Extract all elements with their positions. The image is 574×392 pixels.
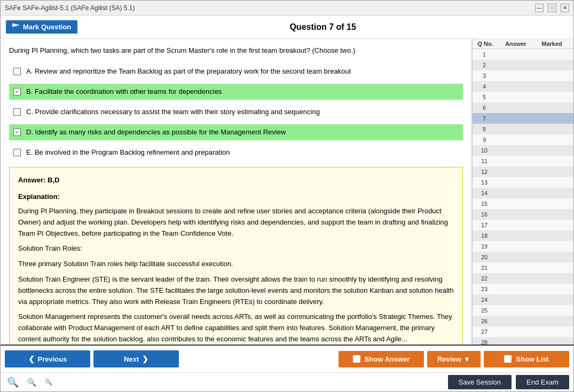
option-checkbox-e [13, 149, 21, 156]
q-row[interactable]: 5 [473, 92, 573, 102]
q-row[interactable]: 2 [473, 60, 573, 70]
zoom-normal-button[interactable]: 🔍 [25, 377, 38, 388]
footer-bar: 🔍 🔍 🔍 Save Session End Exam [1, 372, 573, 391]
q-cell-qno: 7 [474, 115, 495, 122]
q-row[interactable]: 27 [473, 326, 573, 337]
save-session-button[interactable]: Save Session [448, 375, 512, 389]
q-row[interactable]: 14 [473, 188, 573, 198]
explanation-label: Explanation: [18, 191, 454, 203]
q-cell-qno: 22 [474, 275, 495, 282]
q-row[interactable]: 9 [473, 134, 573, 145]
q-row[interactable]: 18 [473, 230, 573, 241]
maximize-button[interactable]: □ [548, 4, 556, 12]
end-exam-button[interactable]: End Exam [516, 375, 569, 389]
minimize-button[interactable]: — [535, 4, 544, 12]
q-row[interactable]: 25 [473, 305, 573, 316]
q-cell-qno: 17 [474, 222, 495, 228]
q-row[interactable]: 3 [473, 70, 573, 81]
q-row[interactable]: 16 [473, 209, 573, 220]
mark-question-label: Mark Question [23, 23, 71, 31]
q-cell-qno: 14 [474, 190, 495, 196]
review-button[interactable]: Review ▼ [427, 351, 481, 367]
mark-question-button[interactable]: Mark Question [6, 20, 77, 34]
q-cell-qno: 27 [474, 329, 495, 335]
next-label: Next [124, 355, 139, 363]
zoom-out-button[interactable]: 🔍 [43, 378, 54, 387]
answer-paragraphs: During PI Planning, they participate in … [18, 206, 454, 345]
q-row[interactable]: 24 [473, 294, 573, 305]
flag-icon [12, 23, 20, 31]
q-cell-qno: 6 [474, 105, 495, 111]
answer-label: Answer: B,D [18, 175, 454, 186]
q-cell-qno: 26 [474, 318, 495, 324]
right-panel: Q No. Answer Marked 12345678910111213141… [472, 39, 573, 345]
answer-paragraph-3: Solution Train Engineer (STE) is the ser… [18, 274, 454, 307]
q-cell-qno: 10 [474, 147, 495, 154]
option-text-d: D. Identify as many risks and dependenci… [26, 127, 286, 137]
option-text-e: E. Be involved in the Program Backlog re… [26, 148, 230, 157]
q-cell-qno: 13 [474, 179, 495, 186]
q-row[interactable]: 28 [473, 337, 573, 345]
show-answer-button[interactable]: Show Answer [339, 351, 424, 367]
q-cell-qno: 1 [474, 51, 495, 58]
q-cell-qno: 3 [474, 73, 495, 79]
show-list-button[interactable]: Show List [484, 351, 569, 367]
q-row[interactable]: 11 [473, 156, 573, 166]
show-answer-icon [353, 355, 360, 363]
main-content: During PI Planning, which two tasks are … [1, 39, 573, 345]
next-button[interactable]: Next ❯ [93, 350, 179, 367]
q-row[interactable]: 13 [473, 177, 573, 188]
q-row[interactable]: 20 [473, 252, 573, 262]
app-window: SAFe SAFe-Agilist-5.1 (SAFe Agilist (SA)… [0, 0, 574, 392]
q-row[interactable]: 7 [473, 113, 573, 124]
q-cell-qno: 24 [474, 297, 495, 303]
close-button[interactable]: ✕ [561, 4, 569, 12]
answer-paragraph-2: Three primary Solution Train roles help … [18, 259, 454, 270]
titlebar-controls: — □ ✕ [535, 4, 569, 12]
q-row[interactable]: 19 [473, 241, 573, 252]
option-item-c[interactable]: C. Provide clarifications necessary to a… [9, 104, 463, 120]
zoom-in-button[interactable]: 🔍 [5, 375, 21, 389]
q-row[interactable]: 22 [473, 273, 573, 284]
q-row[interactable]: 26 [473, 316, 573, 326]
q-cell-qno: 8 [474, 126, 495, 132]
q-cell-qno: 5 [474, 94, 495, 100]
q-row[interactable]: 4 [473, 81, 573, 92]
toolbar: Mark Question Question 7 of 15 [1, 15, 573, 39]
q-cell-qno: 25 [474, 307, 495, 314]
option-item-b[interactable]: B. Facilitate the coordination with othe… [9, 84, 463, 100]
answer-paragraph-1: Solution Train Roles: [18, 243, 454, 254]
col-answer-header: Answer [497, 41, 534, 47]
q-row[interactable]: 15 [473, 198, 573, 209]
q-row[interactable]: 10 [473, 145, 573, 156]
options-list: A. Review and reprioritize the Team Back… [9, 63, 463, 161]
q-row[interactable]: 21 [473, 262, 573, 273]
question-body: During PI Planning, which two tasks are … [1, 39, 471, 345]
option-text-b: B. Facilitate the coordination with othe… [26, 87, 222, 97]
q-cell-qno: 28 [474, 339, 495, 345]
option-item-a[interactable]: A. Review and reprioritize the Team Back… [9, 63, 463, 79]
q-cell-qno: 11 [474, 158, 495, 164]
option-checkbox-a [13, 68, 21, 75]
q-cell-qno: 20 [474, 254, 495, 260]
q-row[interactable]: 17 [473, 220, 573, 230]
right-panel-scroll[interactable]: 1234567891011121314151617181920212223242… [473, 49, 573, 345]
q-row[interactable]: 6 [473, 102, 573, 113]
q-cell-qno: 16 [474, 211, 495, 218]
q-row[interactable]: 8 [473, 124, 573, 134]
titlebar-title: SAFe SAFe-Agilist-5.1 (SAFe Agilist (SA)… [5, 4, 135, 12]
q-row[interactable]: 12 [473, 166, 573, 177]
q-row[interactable]: 23 [473, 284, 573, 294]
answer-box: Answer: B,D Explanation: During PI Plann… [9, 167, 463, 345]
q-row[interactable]: 1 [473, 49, 573, 60]
q-cell-qno: 18 [474, 233, 495, 239]
q-cell-qno: 23 [474, 286, 495, 292]
answer-paragraph-4: Solution Management represents the custo… [18, 311, 454, 345]
show-list-label: Show List [516, 355, 548, 363]
option-item-e[interactable]: E. Be involved in the Program Backlog re… [9, 145, 463, 161]
previous-button[interactable]: ❮ Previous [5, 350, 90, 367]
option-checkbox-b [13, 88, 21, 95]
review-chevron-icon: ▼ [463, 355, 470, 363]
review-label: Review [437, 355, 461, 363]
option-item-d[interactable]: D. Identify as many risks and dependenci… [9, 124, 463, 140]
